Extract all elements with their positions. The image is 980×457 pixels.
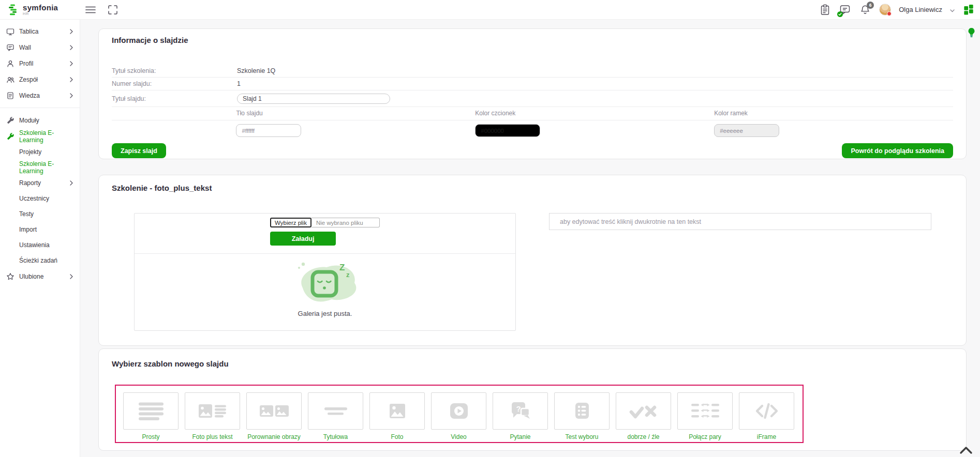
scroll-to-top-icon[interactable] [959, 446, 973, 456]
sidebar-item-zespol[interactable]: Zespół [0, 71, 80, 87]
font-color-input[interactable] [475, 124, 540, 137]
sidebar-item-wiedza[interactable]: Wiedza [0, 87, 80, 103]
slide-info-panel: Informacje o slajdzie Tytuł szkolenia: S… [98, 28, 967, 159]
font-color-label: Kolor czcionek [475, 110, 714, 117]
template-tile-foto[interactable]: Foto [369, 392, 425, 440]
symfonia-logo[interactable]: symfonia HR [8, 4, 58, 16]
top-header: symfonia HR [0, 0, 980, 20]
sidebar-subitem-uczestnicy[interactable]: Uczestnicy [0, 191, 80, 206]
slide-title-input[interactable] [237, 94, 390, 104]
back-to-training-preview-button[interactable]: Powrót do podglądu szkolenia [842, 143, 953, 158]
sidebar-subitem-label: Import [19, 226, 37, 233]
choose-file-button[interactable]: Wybierz plik [270, 218, 311, 227]
chevron-right-icon [70, 274, 73, 279]
title-lines-icon [320, 400, 351, 422]
sidebar-subitem-label: Ścieżki zadań [19, 257, 57, 264]
messages-icon[interactable] [839, 4, 851, 16]
image-icon [382, 400, 413, 422]
user-menu-chevron-icon[interactable] [950, 5, 955, 14]
sleeping-gallery-illustration: Z z [286, 258, 364, 308]
user-name[interactable]: Olga Liniewicz [899, 6, 942, 13]
template-tile-test-wyboru[interactable]: Test wyboru [554, 392, 610, 440]
clipboard-icon[interactable] [819, 4, 831, 16]
frame-color-input[interactable] [714, 124, 779, 137]
sidebar-divider [0, 108, 80, 108]
apps-grid-icon[interactable] [962, 4, 975, 16]
template-label: iFrame [757, 433, 776, 440]
lightbulb-icon[interactable] [968, 27, 975, 40]
template-picker-title: Wybierz szablon nowego slajdu [112, 359, 966, 368]
sidebar-item-label: Wiedza [19, 92, 40, 99]
sidebar-subitem-raporty[interactable]: Raporty [0, 175, 80, 191]
upload-area: Wybierz plik Nie wybrano pliku Załaduj [135, 214, 515, 254]
template-tile-prosty[interactable]: Prosty [123, 392, 179, 440]
color-inputs-row [112, 124, 953, 137]
main-content: Informacje o slajdzie Tytuł szkolenia: S… [80, 20, 980, 457]
sidebar-subitem-szkolenia-elearning[interactable]: Szkolenia E-Learning [0, 160, 80, 175]
sidebar-subitem-sciezki-zadan[interactable]: Ścieżki zadań [0, 253, 80, 268]
slide-text-editor[interactable]: aby edytować treść kliknij dwukrotnie na… [549, 213, 931, 230]
knowledge-icon [6, 92, 14, 100]
file-input[interactable]: Wybierz plik Nie wybrano pliku [270, 218, 380, 227]
sidebar-item-label: Profil [19, 60, 33, 67]
sidebar-item-tablica[interactable]: Tablica [0, 23, 80, 39]
sidebar-item-label: Ulubione [19, 273, 43, 280]
brand-subtitle: HR [23, 12, 58, 16]
match-pairs-icon [690, 400, 721, 422]
no-file-chosen-text: Nie wybrano pliku [311, 218, 380, 227]
brand-name: symfonia [23, 4, 58, 11]
slide-number-value: 1 [237, 80, 241, 87]
template-tile-video[interactable]: Video [431, 392, 486, 440]
sidebar-subitem-label: Raporty [19, 179, 41, 187]
sidebar-item-profil[interactable]: Profil [0, 55, 80, 71]
template-tile-dobrze-zle[interactable]: dobrze / źle [616, 392, 671, 440]
question-bubble-icon: ? [505, 400, 536, 422]
sidebar-item-label: Tablica [19, 28, 38, 35]
fullscreen-icon[interactable] [108, 5, 118, 15]
sidebar-item-ulubione[interactable]: Ulubione [0, 268, 80, 284]
profile-icon [6, 59, 14, 68]
sidebar-subitem-import[interactable]: Import [0, 222, 80, 237]
table-row: Tytuł slajdu: [112, 90, 953, 107]
template-tile-tytulowa[interactable]: Tytułowa [308, 392, 363, 440]
template-tile-pytanie[interactable]: ? Pytanie [493, 392, 548, 440]
slide-text-placeholder: aby edytować treść kliknij dwukrotnie na… [560, 218, 701, 225]
sidebar-item-label: Wall [19, 44, 31, 51]
template-tile-iframe[interactable]: iFrame [739, 392, 794, 440]
empty-gallery: Z z Galeria jest pusta. [135, 254, 515, 331]
check-x-icon [628, 400, 659, 422]
training-slide-title: Szkolenie - foto_plus_tekst [112, 184, 966, 192]
template-label: Porownanie obrazy [247, 433, 301, 440]
color-labels-row: Tło slajdu Kolor czcionek Kolor ramek [112, 107, 953, 120]
user-status-dot [887, 11, 892, 16]
table-row: Tytuł szkolenia: Szkolenie 1Q [112, 65, 953, 78]
svg-text:Z: Z [339, 263, 345, 272]
template-label: Pytanie [510, 433, 530, 440]
hamburger-menu-icon[interactable] [85, 5, 96, 15]
template-tile-porownanie-obrazy[interactable]: Porownanie obrazy [246, 392, 302, 440]
sidebar-item-szkolenia-elearning-module[interactable]: Szkolenia E-Learning [0, 128, 80, 144]
template-label: Foto plus tekst [192, 433, 232, 440]
sidebar-item-wall[interactable]: Wall [0, 39, 80, 55]
template-tile-foto-plus-tekst[interactable]: Foto plus tekst [185, 392, 240, 440]
header-actions: 6 Olga Liniewicz [819, 4, 980, 16]
wrench-icon [6, 132, 14, 141]
user-avatar[interactable] [879, 4, 891, 16]
slide-background-label: Tło slajdu [236, 110, 475, 117]
save-slide-button[interactable]: Zapisz slajd [112, 143, 166, 158]
template-picker-panel: Wybierz szablon nowego slajdu Prosty Fot… [98, 348, 967, 451]
sidebar-subitem-testy[interactable]: Testy [0, 206, 80, 222]
notifications-count-badge: 6 [867, 2, 874, 9]
notifications-bell-icon[interactable]: 6 [859, 4, 871, 16]
slide-background-input[interactable] [236, 124, 301, 137]
template-label: Foto [391, 433, 403, 440]
template-tile-polacz-pary[interactable]: Połącz pary [677, 392, 733, 440]
text-lines-icon [136, 400, 167, 422]
upload-button[interactable]: Załaduj [270, 232, 336, 246]
svg-text:?: ? [516, 404, 521, 413]
sidebar-subitem-label: Ustawienia [19, 241, 50, 249]
sidebar-item-moduly[interactable]: Moduły [0, 112, 80, 128]
sidebar-subitem-ustawienia[interactable]: Ustawienia [0, 237, 80, 253]
template-label: Połącz pary [689, 433, 721, 440]
sidebar-subitem-projekty[interactable]: Projekty [0, 144, 80, 160]
